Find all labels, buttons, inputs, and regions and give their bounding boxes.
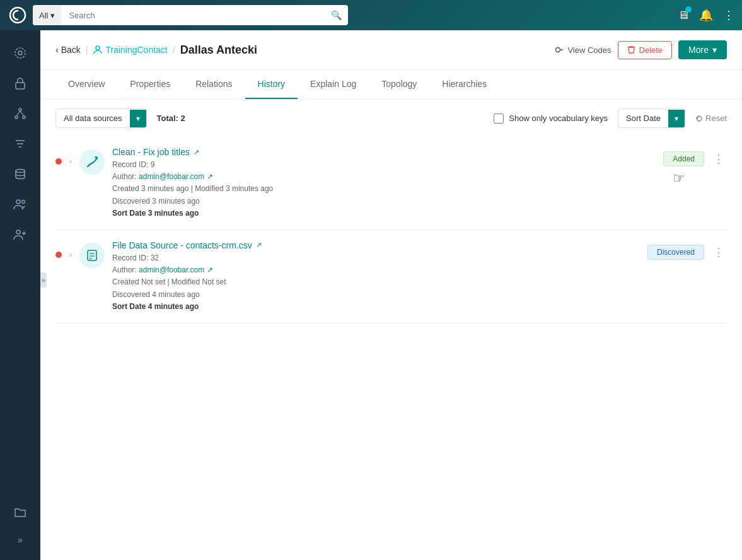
trash-icon xyxy=(627,45,635,54)
back-button[interactable]: ‹ Back xyxy=(55,45,81,55)
status-badge: Added xyxy=(663,151,704,166)
row-status-dot xyxy=(55,158,62,165)
page-header: ‹ Back | TrainingContact / Dallas Anteck… xyxy=(40,30,742,70)
svg-point-18 xyxy=(96,46,100,50)
search-bar: All ▾ 🔍 xyxy=(33,5,348,25)
more-button[interactable]: More ▾ xyxy=(678,40,727,59)
tab-topology[interactable]: Topology xyxy=(369,70,429,99)
row-expand-icon[interactable]: › xyxy=(69,250,72,259)
svg-point-12 xyxy=(16,170,25,173)
entity-name: Dallas Antecki xyxy=(180,44,257,57)
svg-line-7 xyxy=(16,111,20,116)
sidebar-item-people[interactable] xyxy=(8,192,33,217)
svg-point-0 xyxy=(10,8,25,23)
vocab-checkbox-label: Show only vocabulary keys xyxy=(509,114,608,123)
record-author: Author: admin@foobar.com ↗ xyxy=(112,264,640,276)
svg-rect-3 xyxy=(16,83,25,89)
record-title[interactable]: Clean - Fix job titles ↗ xyxy=(112,147,656,157)
delete-button[interactable]: Delete xyxy=(618,41,673,59)
tab-history[interactable]: History xyxy=(245,70,298,99)
search-submit-button[interactable]: 🔍 xyxy=(325,5,348,25)
sidebar-item-filter[interactable] xyxy=(8,131,33,156)
record-sort-date: Sort Date 3 minutes ago xyxy=(112,207,656,219)
record-discovered: Discovered 3 minutes ago xyxy=(112,195,656,207)
monitor-icon-button[interactable]: 🖥 xyxy=(678,9,689,22)
svg-point-19 xyxy=(556,48,560,52)
record-id: Record ID: 9 xyxy=(112,159,656,171)
svg-line-8 xyxy=(20,111,24,116)
author-link[interactable]: admin@foobar.com ↗ xyxy=(139,265,213,274)
record-meta: Record ID: 9 Author: admin@foobar.com ↗ … xyxy=(112,159,656,219)
tab-explain-log[interactable]: Explain Log xyxy=(298,70,369,99)
external-link-icon: ↗ xyxy=(256,241,262,249)
record-dates: Created Not set | Modified Not set xyxy=(112,276,640,288)
bell-icon-button[interactable]: 🔔 xyxy=(699,8,713,22)
record-title[interactable]: File Data Source - contacts-crm.csv ↗ xyxy=(112,240,640,250)
breadcrumb-slash: / xyxy=(173,45,175,55)
sort-chevron-icon[interactable]: ▾ xyxy=(668,110,685,127)
record-dates: Created 3 minutes ago | Modified 3 minut… xyxy=(112,183,656,195)
sidebar-expand-button[interactable]: » xyxy=(13,530,28,550)
sidebar-item-network[interactable] xyxy=(8,101,33,126)
sort-label: Sort Date xyxy=(618,109,668,127)
datasource-chevron-icon[interactable]: ▾ xyxy=(130,110,146,127)
reset-button[interactable]: Reset xyxy=(695,114,727,123)
row-menu-button[interactable]: ⋮ xyxy=(710,151,727,167)
tab-properties[interactable]: Properties xyxy=(117,70,183,99)
row-type-icon xyxy=(79,243,105,268)
sidebar-item-database[interactable] xyxy=(8,161,33,187)
status-badge: Discovered xyxy=(647,245,704,260)
logo-icon[interactable] xyxy=(8,5,28,25)
row-details: File Data Source - contacts-crm.csv ↗ Re… xyxy=(112,240,640,313)
record-author: Author: admin@foobar.com ↗ xyxy=(112,171,656,183)
filter-bar: All data sources ▾ Total: 2 Show only vo… xyxy=(40,100,742,137)
breadcrumb-separator: | xyxy=(86,45,88,55)
nav-right-actions: 🖥 🔔 ⋮ xyxy=(678,8,734,22)
sidebar-item-person-add[interactable] xyxy=(8,222,33,247)
tab-hierarchies[interactable]: Hierarchies xyxy=(429,70,499,99)
row-status-dot xyxy=(55,252,62,258)
author-link[interactable]: admin@foobar.com ↗ xyxy=(139,172,213,181)
top-navigation: All ▾ 🔍 🖥 🔔 ⋮ xyxy=(0,0,742,30)
svg-point-1 xyxy=(18,51,22,55)
sidebar-item-home[interactable] xyxy=(8,40,33,66)
svg-point-6 xyxy=(23,116,25,119)
svg-point-4 xyxy=(19,108,21,111)
datasource-label: All data sources xyxy=(56,109,130,127)
external-link-icon: ↗ xyxy=(194,148,199,156)
record-id: Record ID: 32 xyxy=(112,252,640,264)
search-scope-dropdown[interactable]: All ▾ xyxy=(33,6,61,25)
tab-overview[interactable]: Overview xyxy=(55,70,117,99)
svg-point-5 xyxy=(15,116,18,119)
view-codes-button[interactable]: View Codes xyxy=(555,45,611,55)
row-status-area: Discovered ⋮ xyxy=(647,244,727,260)
sidebar-collapse-button[interactable]: » xyxy=(40,272,47,288)
record-meta: Record ID: 32 Author: admin@foobar.com ↗… xyxy=(112,252,640,313)
search-input[interactable] xyxy=(61,6,325,25)
sidebar-item-lock[interactable] xyxy=(8,71,33,96)
sort-select[interactable]: Sort Date ▾ xyxy=(618,108,685,128)
tab-relations[interactable]: Relations xyxy=(183,70,245,99)
more-menu-button[interactable]: ⋮ xyxy=(723,8,734,22)
vocab-checkbox[interactable] xyxy=(494,114,504,124)
svg-point-15 xyxy=(16,230,20,234)
datasource-select[interactable]: All data sources ▾ xyxy=(55,108,147,128)
tabs-bar: Overview Properties Relations History Ex… xyxy=(40,70,742,100)
reset-icon xyxy=(695,115,703,122)
record-sort-date: Sort Date 4 minutes ago xyxy=(112,301,640,313)
sidebar-item-folder[interactable] xyxy=(8,499,33,525)
svg-point-13 xyxy=(16,200,20,204)
total-label: Total: 2 xyxy=(157,114,185,123)
header-actions: View Codes Delete More ▾ xyxy=(555,40,727,59)
monitor-badge xyxy=(685,6,692,13)
entity-type-link[interactable]: TrainingContact xyxy=(93,45,167,55)
row-menu-button[interactable]: ⋮ xyxy=(710,244,727,260)
row-expand-icon[interactable]: › xyxy=(69,157,72,166)
contact-type-icon xyxy=(93,45,103,55)
vocab-checkbox-group: Show only vocabulary keys xyxy=(494,114,608,124)
svg-rect-22 xyxy=(88,250,96,260)
svg-point-2 xyxy=(15,48,25,58)
sidebar-bottom: » xyxy=(8,499,33,550)
records-list: › Clean - Fix job titles ↗ Record ID: 9 … xyxy=(40,137,742,324)
key-icon xyxy=(555,45,564,54)
